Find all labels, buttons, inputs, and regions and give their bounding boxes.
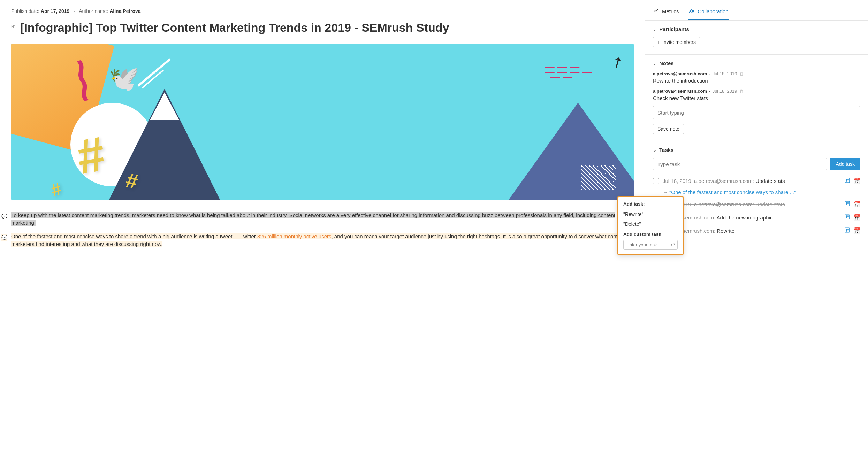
paragraph-1-text: To keep up with the latest content marke…	[11, 212, 615, 226]
editor-main: Publish date: Apr 17, 2019 · Author name…	[0, 0, 645, 464]
comment-icon[interactable]: 💬	[1, 234, 7, 241]
calendar-icon[interactable]: 📅	[853, 214, 860, 222]
chevron-down-icon: ⌄	[653, 27, 656, 32]
tasks-heading: Tasks	[659, 147, 673, 153]
task-text: Update stats	[755, 201, 785, 207]
tab-metrics[interactable]: Metrics	[653, 3, 679, 20]
popover-custom-title: Add custom task:	[623, 232, 678, 237]
section-participants: ⌄ Participants + Invite members	[645, 21, 868, 55]
metrics-icon	[653, 8, 659, 15]
task-checkbox[interactable]	[653, 178, 659, 184]
calendar-icon[interactable]: 📅	[853, 201, 860, 208]
note-item: a.petrova@semrush.com · Jul 18, 2019 🗑 C…	[653, 88, 860, 101]
task-text: Update stats	[755, 178, 785, 184]
hero-image: ~~ 🕊️ — — —— — — — — — ↗ # # #	[11, 44, 634, 200]
publish-date-label: Publish date:	[11, 8, 39, 14]
task-item: etrova@semrush.com: Add the new infograp…	[653, 212, 860, 223]
sidebar-tabs: Metrics Collaboration	[645, 3, 868, 21]
trello-icon[interactable]	[844, 201, 850, 208]
calendar-icon[interactable]: 📅	[853, 177, 860, 185]
trello-icon[interactable]	[844, 227, 850, 235]
paragraph-2[interactable]: 💬 One of the fastest and most concise wa…	[11, 233, 634, 248]
enter-icon[interactable]: ↩	[671, 242, 675, 247]
save-note-label: Save note	[657, 126, 679, 132]
collaboration-icon	[688, 8, 695, 15]
popover-title: Add task:	[623, 201, 678, 207]
notes-heading: Notes	[659, 60, 674, 66]
trash-icon[interactable]: 🗑	[739, 71, 744, 76]
participants-heading: Participants	[659, 26, 689, 32]
invite-members-label: Invite members	[662, 39, 696, 45]
paragraph-1[interactable]: 💬 To keep up with the latest content mar…	[11, 211, 634, 227]
svg-rect-6	[846, 202, 847, 205]
popover-option-rewrite[interactable]: "Rewrite"	[623, 209, 678, 219]
publish-date-value: Apr 17, 2019	[41, 8, 70, 14]
section-tasks: ⌄ Tasks Add task Jul 18, 2019, a.petrova…	[645, 141, 868, 252]
section-notes: ⌄ Notes a.petrova@semrush.com · Jul 18, …	[645, 55, 868, 141]
svg-rect-13	[847, 229, 849, 230]
meta-row: Publish date: Apr 17, 2019 · Author name…	[11, 8, 634, 14]
svg-rect-12	[846, 229, 847, 232]
svg-rect-8	[845, 215, 850, 219]
svg-rect-7	[847, 202, 849, 204]
author-value: Alina Petrova	[109, 8, 140, 14]
note-author: a.petrova@semrush.com	[653, 71, 707, 76]
svg-rect-4	[847, 179, 849, 180]
sidebar: Metrics Collaboration ⌄ Participants + I…	[645, 0, 868, 464]
add-task-label: Add task	[836, 161, 855, 167]
paragraph-2-text-a: One of the fastest and most concise ways…	[11, 233, 257, 239]
note-text: Rewrite the introduction	[653, 78, 860, 84]
notes-header[interactable]: ⌄ Notes	[653, 60, 860, 66]
task-item: etrova@semrush.com: Rewrite 📅	[653, 226, 860, 236]
trash-icon[interactable]: 🗑	[739, 88, 744, 94]
add-task-button[interactable]: Add task	[830, 158, 860, 170]
popover-custom-input[interactable]	[623, 240, 678, 250]
active-users-link[interactable]: 326 million monthly active users	[257, 233, 332, 239]
page-title[interactable]: [Infographic] Top Twitter Content Market…	[20, 20, 449, 35]
svg-rect-11	[845, 228, 850, 232]
h1-badge: H1	[11, 24, 16, 29]
tasks-header[interactable]: ⌄ Tasks	[653, 147, 860, 153]
tab-collaboration[interactable]: Collaboration	[688, 3, 728, 20]
tab-collaboration-label: Collaboration	[698, 8, 728, 14]
task-quote[interactable]: →"One of the fastest and most concise wa…	[663, 189, 860, 195]
svg-rect-2	[845, 178, 850, 183]
note-text: Check new Twitter stats	[653, 95, 860, 101]
arrow-right-icon: →	[663, 189, 668, 195]
note-date: Jul 18, 2019	[713, 71, 737, 76]
note-item: a.petrova@semrush.com · Jul 18, 2019 🗑 R…	[653, 71, 860, 84]
calendar-icon[interactable]: 📅	[853, 227, 860, 235]
task-item: ✓ Jul 18, 2019, a.petrova@semrush.com: U…	[653, 199, 860, 210]
save-note-button[interactable]: Save note	[653, 124, 684, 134]
add-task-popover: Add task: "Rewrite" "Delete" Add custom …	[617, 196, 684, 255]
participants-header[interactable]: ⌄ Participants	[653, 26, 860, 32]
svg-rect-10	[847, 215, 849, 217]
chevron-down-icon: ⌄	[653, 61, 656, 66]
svg-rect-3	[846, 179, 847, 182]
note-date: Jul 18, 2019	[713, 88, 737, 94]
svg-point-0	[690, 9, 692, 11]
plus-icon: +	[657, 39, 660, 45]
comment-icon[interactable]: 💬	[1, 213, 7, 220]
task-input[interactable]	[653, 158, 827, 170]
svg-rect-9	[846, 215, 847, 218]
tab-metrics-label: Metrics	[662, 8, 679, 14]
popover-option-delete[interactable]: "Delete"	[623, 219, 678, 229]
note-input[interactable]	[653, 106, 860, 119]
task-text: Rewrite	[717, 228, 734, 234]
task-item: Jul 18, 2019, a.petrova@semrush.com: Upd…	[653, 176, 860, 186]
trello-icon[interactable]	[844, 214, 850, 222]
more-tasks-link[interactable]: »	[663, 239, 860, 245]
invite-members-button[interactable]: + Invite members	[653, 37, 700, 47]
task-text: Add the new infographic	[716, 215, 772, 221]
note-author: a.petrova@semrush.com	[653, 88, 707, 94]
svg-rect-5	[845, 201, 850, 206]
trello-icon[interactable]	[844, 177, 850, 185]
task-meta: Jul 18, 2019, a.petrova@semrush.com:	[663, 178, 754, 184]
author-label: Author name:	[79, 8, 108, 14]
chevron-down-icon: ⌄	[653, 148, 656, 153]
